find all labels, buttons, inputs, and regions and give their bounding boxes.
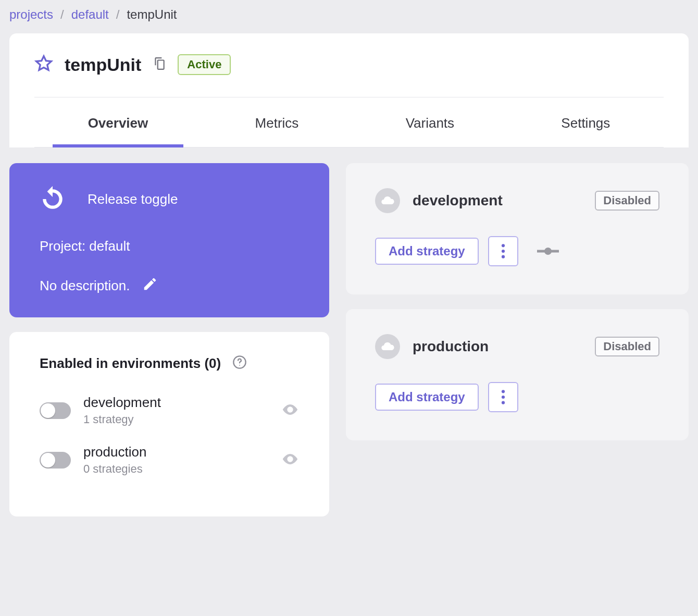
strategy-status-badge: Disabled (595, 337, 659, 356)
env-strategy-count: 1 strategy (83, 413, 269, 426)
eye-icon[interactable] (281, 450, 299, 470)
feature-info-panel: Release toggle Project: default No descr… (9, 163, 329, 317)
environments-heading: Enabled in environments (0) (40, 355, 221, 372)
title-row: tempUnit Active (34, 54, 664, 97)
cloud-icon (375, 334, 400, 359)
breadcrumb-default[interactable]: default (71, 7, 109, 22)
svg-point-3 (502, 250, 505, 253)
refresh-icon (40, 185, 66, 213)
environments-card: Enabled in environments (0) development … (9, 332, 329, 516)
add-strategy-button[interactable]: Add strategy (375, 238, 479, 265)
description-text: No description. (40, 278, 130, 294)
star-icon[interactable] (34, 54, 53, 75)
breadcrumb-sep: / (116, 7, 120, 22)
env-item-development: development 1 strategy (40, 395, 299, 426)
tab-settings[interactable]: Settings (552, 115, 619, 147)
strategy-menu-button[interactable] (488, 236, 518, 266)
tab-metrics[interactable]: Metrics (246, 115, 308, 147)
cloud-icon (375, 188, 400, 213)
strategy-card-production: production Disabled Add strategy (346, 309, 689, 440)
svg-point-8 (502, 396, 505, 399)
strategy-env-name: production (413, 338, 582, 355)
pencil-icon[interactable] (142, 276, 158, 295)
svg-point-6 (544, 248, 552, 255)
breadcrumb-sep: / (60, 7, 64, 22)
svg-point-9 (502, 401, 505, 404)
content-area: Release toggle Project: default No descr… (0, 147, 698, 516)
env-toggle-production[interactable] (40, 452, 71, 469)
commit-line-icon (537, 247, 559, 256)
project-label: Project: default (40, 238, 299, 254)
left-column: Release toggle Project: default No descr… (9, 163, 329, 516)
breadcrumb-current: tempUnit (127, 7, 177, 22)
right-column: development Disabled Add strategy produc… (346, 163, 689, 516)
env-toggle-development[interactable] (40, 402, 71, 419)
feature-header-card: tempUnit Active Overview Metrics Variant… (9, 33, 689, 147)
svg-point-7 (502, 390, 505, 393)
page-title: tempUnit (65, 55, 141, 75)
strategy-card-development: development Disabled Add strategy (346, 163, 689, 294)
tabs: Overview Metrics Variants Settings (34, 97, 664, 147)
copy-icon[interactable] (153, 57, 166, 72)
strategy-status-badge: Disabled (595, 191, 659, 211)
add-strategy-button[interactable]: Add strategy (375, 384, 479, 411)
breadcrumb: projects / default / tempUnit (0, 0, 698, 33)
breadcrumb-projects[interactable]: projects (9, 7, 53, 22)
svg-point-4 (502, 255, 505, 258)
tab-variants[interactable]: Variants (396, 115, 464, 147)
help-icon[interactable] (232, 355, 247, 372)
env-strategy-count: 0 strategies (83, 462, 269, 476)
env-name: production (83, 444, 269, 460)
env-item-production: production 0 strategies (40, 444, 299, 476)
svg-point-2 (502, 244, 505, 247)
status-badge: Active (178, 54, 231, 75)
env-name: development (83, 395, 269, 411)
toggle-type-label: Release toggle (88, 191, 178, 207)
eye-icon[interactable] (281, 401, 299, 421)
strategy-env-name: development (413, 192, 582, 209)
tab-overview[interactable]: Overview (79, 115, 158, 147)
svg-point-1 (239, 365, 240, 366)
strategy-menu-button[interactable] (488, 382, 518, 412)
